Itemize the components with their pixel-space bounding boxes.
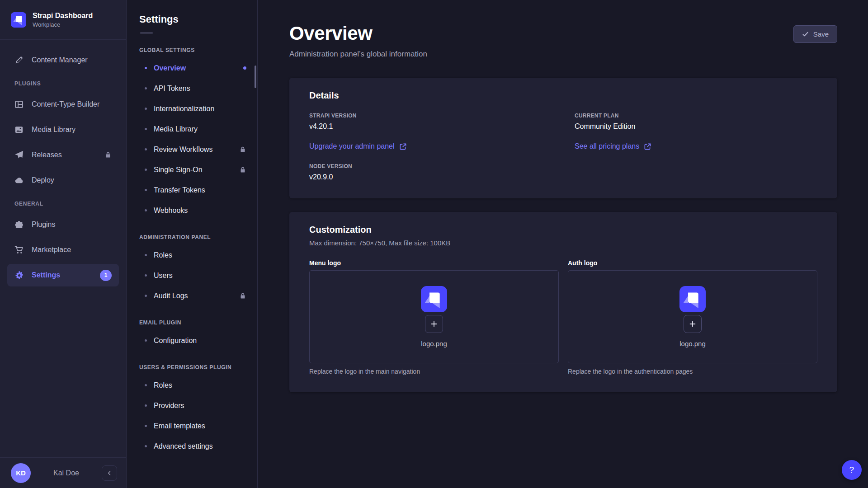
menu-logo-dropzone[interactable]: logo.png <box>309 270 559 363</box>
subnav-item-webhooks[interactable]: Webhooks <box>127 200 257 221</box>
subnav-section-email-plugin: EMAIL PLUGIN Configuration <box>127 319 257 351</box>
subnav-item-providers[interactable]: Providers <box>127 395 257 416</box>
sidebar-item-label: Plugins <box>32 221 55 229</box>
subnav-item-review-workflows[interactable]: Review Workflows <box>127 139 257 160</box>
sidebar-item-settings[interactable]: Settings 1 <box>7 264 119 286</box>
nav-section-plugins: PLUGINS <box>7 80 119 87</box>
subnav-item-roles[interactable]: Roles <box>127 245 257 265</box>
pricing-plans-link[interactable]: See all pricing plans <box>575 142 651 150</box>
help-button[interactable]: ? <box>842 460 862 480</box>
page-subtitle: Administration panel’s global informatio… <box>289 50 427 59</box>
auth-logo-hint: Replace the logo in the authentication p… <box>568 368 817 375</box>
subnav-scrollbar-thumb[interactable] <box>255 66 256 88</box>
user-avatar[interactable]: KD <box>11 463 31 483</box>
menu-logo-upload: Menu logo logo.png Replace the logo in t… <box>309 259 559 375</box>
subnav-item-internationalization[interactable]: Internationalization <box>127 99 257 119</box>
bullet-icon <box>145 189 147 191</box>
auth-logo-upload: Auth logo logo.png Replace the logo in t… <box>568 259 817 375</box>
puzzle-icon <box>14 220 24 229</box>
sidebar-item-releases[interactable]: Releases <box>7 144 119 166</box>
bullet-icon <box>145 148 147 150</box>
sidebar-item-label: Releases <box>32 151 62 159</box>
menu-logo-filename: logo.png <box>421 340 447 347</box>
sidebar-item-label: Settings <box>32 271 60 279</box>
sidebar-item-content-type-builder[interactable]: Content-Type Builder <box>7 93 119 116</box>
bullet-icon <box>145 128 147 130</box>
lock-icon <box>239 166 246 174</box>
settings-badge: 1 <box>100 270 112 281</box>
strapi-logo-preview <box>679 286 706 312</box>
sidebar-footer: KD Kai Doe <box>0 457 126 488</box>
sidebar-item-content-manager[interactable]: Content Manager <box>7 49 119 71</box>
bullet-icon <box>145 169 147 171</box>
workspace-info: Strapi Dashboard Workplace <box>33 11 93 28</box>
bullet-icon <box>145 384 147 386</box>
current-plan-field: CURRENT PLAN Community Edition <box>575 113 817 131</box>
menu-logo-hint: Replace the logo in the main navigation <box>309 368 559 375</box>
auth-logo-filename: logo.png <box>679 340 706 347</box>
external-link-icon <box>399 143 407 150</box>
settings-subnav: Settings GLOBAL SETTINGS Overview API To… <box>127 0 258 488</box>
customization-title: Customization <box>309 225 817 235</box>
sidebar-item-label: Media Library <box>32 126 75 134</box>
sidebar-item-plugins[interactable]: Plugins <box>7 213 119 236</box>
workspace-plan: Workplace <box>33 21 93 28</box>
subnav-title: Settings <box>127 14 257 25</box>
bullet-icon <box>145 295 147 297</box>
lock-icon <box>239 292 246 300</box>
notification-dot <box>243 66 246 70</box>
plus-icon <box>689 320 697 328</box>
add-auth-logo-button[interactable] <box>684 315 702 333</box>
subnav-item-email-templates[interactable]: Email templates <box>127 416 257 436</box>
details-title: Details <box>309 90 817 101</box>
layout-icon <box>14 100 24 109</box>
bullet-icon <box>145 87 147 89</box>
strapi-logo-icon <box>11 12 26 28</box>
bullet-icon <box>145 404 147 407</box>
subnav-item-audit-logs[interactable]: Audit Logs <box>127 286 257 306</box>
main-sidebar: Strapi Dashboard Workplace Content Manag… <box>0 0 127 488</box>
subnav-item-configuration[interactable]: Configuration <box>127 330 257 351</box>
gear-icon <box>14 271 24 280</box>
subnav-item-api-tokens[interactable]: API Tokens <box>127 78 257 99</box>
strapi-version-field: STRAPI VERSION v4.20.1 <box>309 113 552 131</box>
sidebar-item-label: Content Manager <box>32 56 88 64</box>
subnav-item-transfer-tokens[interactable]: Transfer Tokens <box>127 180 257 200</box>
subnav-item-overview[interactable]: Overview <box>127 58 257 78</box>
subnav-item-up-roles[interactable]: Roles <box>127 375 257 395</box>
external-link-icon <box>644 143 651 150</box>
bullet-icon <box>145 445 147 447</box>
user-name: Kai Doe <box>43 469 89 477</box>
save-button[interactable]: Save <box>793 25 837 43</box>
main-nav: Content Manager PLUGINS Content-Type Bui… <box>0 40 126 457</box>
bullet-icon <box>145 67 147 69</box>
subnav-section-users-permissions: USERS & PERMISSIONS PLUGIN Roles Provide… <box>127 364 257 456</box>
workspace-switcher[interactable]: Strapi Dashboard Workplace <box>0 0 126 40</box>
check-icon <box>802 31 809 38</box>
page-header: Overview Administration panel’s global i… <box>289 23 837 59</box>
subnav-section-administration-panel: ADMINISTRATION PANEL Roles Users Audit L… <box>127 234 257 306</box>
upgrade-admin-panel-link[interactable]: Upgrade your admin panel <box>309 142 407 150</box>
pen-icon <box>14 56 24 65</box>
subnav-title-rule <box>140 33 153 33</box>
subnav-item-single-sign-on[interactable]: Single Sign-On <box>127 160 257 180</box>
subnav-item-users[interactable]: Users <box>127 265 257 286</box>
sidebar-item-media-library[interactable]: Media Library <box>7 118 119 141</box>
node-version-field: NODE VERSION v20.9.0 <box>309 163 552 181</box>
collapse-sidebar-button[interactable] <box>102 465 117 481</box>
sidebar-item-deploy[interactable]: Deploy <box>7 169 119 192</box>
add-menu-logo-button[interactable] <box>425 315 443 333</box>
chevron-left-icon <box>106 470 113 476</box>
sidebar-item-marketplace[interactable]: Marketplace <box>7 239 119 261</box>
strapi-logo-preview <box>421 286 447 312</box>
plus-icon <box>430 320 438 328</box>
bullet-icon <box>145 254 147 256</box>
workspace-name: Strapi Dashboard <box>33 11 93 20</box>
lock-icon <box>239 146 246 153</box>
subnav-item-media-library[interactable]: Media Library <box>127 119 257 139</box>
details-card: Details STRAPI VERSION v4.20.1 Upgrade y… <box>289 78 837 198</box>
auth-logo-dropzone[interactable]: logo.png <box>568 270 817 363</box>
subnav-item-advanced-settings[interactable]: Advanced settings <box>127 436 257 456</box>
sidebar-item-label: Content-Type Builder <box>32 100 99 108</box>
picture-icon <box>14 125 24 134</box>
